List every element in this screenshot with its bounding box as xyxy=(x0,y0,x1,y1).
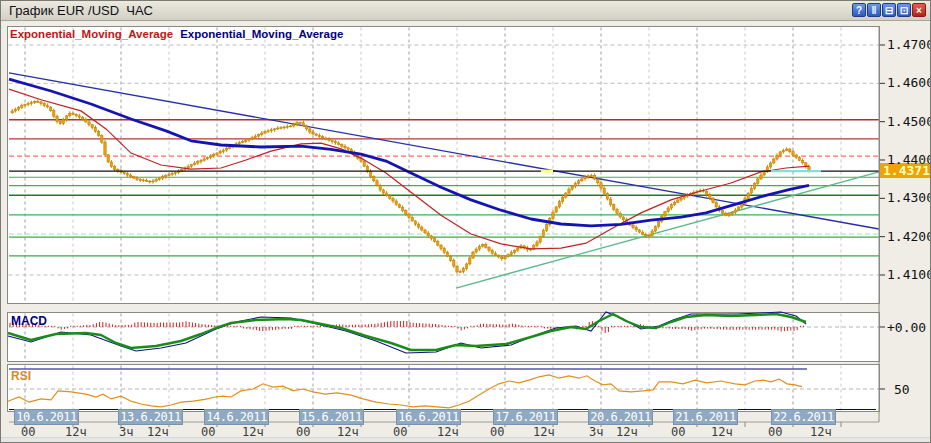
macd-plot-area[interactable] xyxy=(8,313,879,361)
date-badge: 16.6.2011 xyxy=(396,409,461,425)
price-axis-label: 1.4300 xyxy=(887,190,931,205)
main-chart-plot-area[interactable] xyxy=(8,27,879,303)
date-badge: 15.6.2011 xyxy=(299,409,364,425)
date-badge: 17.6.2011 xyxy=(493,409,558,425)
date-badge: 13.6.2011 xyxy=(118,409,183,425)
chart-window: График EUR /USD ЧАС ? ‖ ⊟ ⊡ × Exponentia… xyxy=(0,0,931,443)
rsi-plot-area[interactable] xyxy=(8,365,879,411)
price-axis-label: 1.4100 xyxy=(887,267,931,282)
price-axis-label: 1.4500 xyxy=(887,114,931,129)
window-bottom-strip xyxy=(1,437,930,443)
price-axis-label: 1.4600 xyxy=(887,75,931,90)
date-badge: 22.6.2011 xyxy=(771,409,836,425)
date-badge: 14.6.2011 xyxy=(204,409,269,425)
price-axis-label: 1.4200 xyxy=(887,229,931,244)
date-badge: 20.6.2011 xyxy=(588,409,653,425)
macd-axis-label: +0.00 xyxy=(887,320,926,335)
price-axis-label: 1.4400 xyxy=(887,152,931,167)
date-badge: 21.6.2011 xyxy=(673,409,738,425)
price-axis-label: 1.4700 xyxy=(887,37,931,52)
date-badge: 10.6.2011 xyxy=(14,409,79,425)
rsi-axis-label: 50 xyxy=(894,382,910,397)
